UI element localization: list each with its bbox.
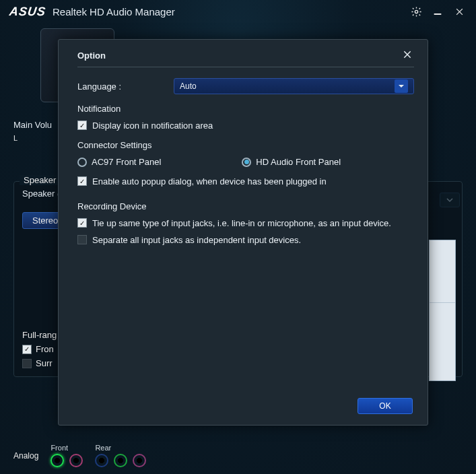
connector-section-label: Connector Settings [77, 140, 414, 150]
notify-cb-label: Display icon in notification area [92, 121, 213, 131]
radio-checked-icon [242, 158, 251, 167]
dialog-title: Option [77, 50, 106, 61]
radio-hd-audio[interactable]: HD Audio Front Panel [242, 157, 341, 167]
language-value: Auto [180, 81, 197, 91]
separate-label: Separate all input jacks as independent … [92, 235, 301, 245]
auto-popup-label: Enable auto popup dialog, when device ha… [92, 176, 327, 187]
close-icon [402, 49, 413, 60]
language-dropdown[interactable]: Auto [174, 78, 414, 94]
notification-section-label: Notification [77, 104, 414, 114]
radio-ac97-label: AC97 Front Panel [92, 157, 161, 167]
modal-overlay: Option Language : Auto Notification ✓ Di… [0, 0, 476, 474]
radio-unchecked-icon [77, 158, 87, 167]
auto-popup-checkbox[interactable]: ✓ [77, 176, 87, 186]
ok-label: OK [379, 401, 390, 411]
dialog-close-button[interactable] [402, 49, 414, 61]
language-label: Language : [77, 81, 162, 92]
ok-button[interactable]: OK [358, 398, 413, 414]
radio-hd-label: HD Audio Front Panel [256, 157, 341, 167]
notify-checkbox[interactable]: ✓ [77, 121, 87, 130]
radio-ac97[interactable]: AC97 Front Panel [77, 157, 161, 167]
option-dialog: Option Language : Auto Notification ✓ Di… [58, 39, 428, 426]
separate-checkbox[interactable]: ✓ [77, 235, 87, 244]
tieup-checkbox[interactable]: ✓ [77, 218, 87, 228]
tieup-label: Tie up same type of input jacks, i.e. li… [92, 218, 391, 228]
chevron-down-icon [395, 79, 408, 93]
recording-section-label: Recording Device [77, 201, 414, 211]
